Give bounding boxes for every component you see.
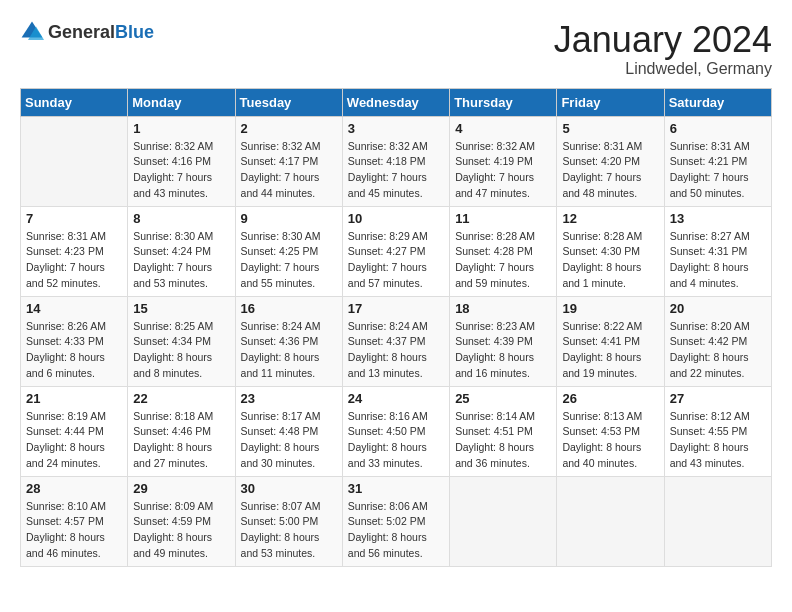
day-number: 27 (670, 391, 766, 406)
header-day: Saturday (664, 88, 771, 116)
header-day: Thursday (450, 88, 557, 116)
day-detail: Sunrise: 8:19 AM Sunset: 4:44 PM Dayligh… (26, 409, 122, 472)
day-number: 30 (241, 481, 337, 496)
day-number: 15 (133, 301, 229, 316)
calendar-week-row: 1Sunrise: 8:32 AM Sunset: 4:16 PM Daylig… (21, 116, 772, 206)
day-number: 31 (348, 481, 444, 496)
calendar-cell: 14Sunrise: 8:26 AM Sunset: 4:33 PM Dayli… (21, 296, 128, 386)
day-number: 10 (348, 211, 444, 226)
day-number: 21 (26, 391, 122, 406)
day-detail: Sunrise: 8:25 AM Sunset: 4:34 PM Dayligh… (133, 319, 229, 382)
calendar-week-row: 28Sunrise: 8:10 AM Sunset: 4:57 PM Dayli… (21, 476, 772, 566)
day-detail: Sunrise: 8:32 AM Sunset: 4:17 PM Dayligh… (241, 139, 337, 202)
day-number: 16 (241, 301, 337, 316)
day-number: 24 (348, 391, 444, 406)
calendar-week-row: 21Sunrise: 8:19 AM Sunset: 4:44 PM Dayli… (21, 386, 772, 476)
day-number: 14 (26, 301, 122, 316)
calendar-cell (450, 476, 557, 566)
day-number: 28 (26, 481, 122, 496)
logo-icon (20, 20, 44, 44)
calendar-cell: 2Sunrise: 8:32 AM Sunset: 4:17 PM Daylig… (235, 116, 342, 206)
day-number: 25 (455, 391, 551, 406)
day-detail: Sunrise: 8:18 AM Sunset: 4:46 PM Dayligh… (133, 409, 229, 472)
header-day: Sunday (21, 88, 128, 116)
calendar-cell: 19Sunrise: 8:22 AM Sunset: 4:41 PM Dayli… (557, 296, 664, 386)
calendar-body: 1Sunrise: 8:32 AM Sunset: 4:16 PM Daylig… (21, 116, 772, 566)
month-title: January 2024 (554, 20, 772, 60)
calendar-header: SundayMondayTuesdayWednesdayThursdayFrid… (21, 88, 772, 116)
header-day: Friday (557, 88, 664, 116)
header-day: Wednesday (342, 88, 449, 116)
location: Lindwedel, Germany (554, 60, 772, 78)
day-detail: Sunrise: 8:06 AM Sunset: 5:02 PM Dayligh… (348, 499, 444, 562)
calendar-cell: 20Sunrise: 8:20 AM Sunset: 4:42 PM Dayli… (664, 296, 771, 386)
day-number: 13 (670, 211, 766, 226)
day-detail: Sunrise: 8:14 AM Sunset: 4:51 PM Dayligh… (455, 409, 551, 472)
day-detail: Sunrise: 8:10 AM Sunset: 4:57 PM Dayligh… (26, 499, 122, 562)
day-detail: Sunrise: 8:26 AM Sunset: 4:33 PM Dayligh… (26, 319, 122, 382)
calendar-cell: 24Sunrise: 8:16 AM Sunset: 4:50 PM Dayli… (342, 386, 449, 476)
day-detail: Sunrise: 8:32 AM Sunset: 4:16 PM Dayligh… (133, 139, 229, 202)
day-detail: Sunrise: 8:29 AM Sunset: 4:27 PM Dayligh… (348, 229, 444, 292)
day-detail: Sunrise: 8:28 AM Sunset: 4:30 PM Dayligh… (562, 229, 658, 292)
calendar-cell: 31Sunrise: 8:06 AM Sunset: 5:02 PM Dayli… (342, 476, 449, 566)
header-day: Monday (128, 88, 235, 116)
calendar-cell: 27Sunrise: 8:12 AM Sunset: 4:55 PM Dayli… (664, 386, 771, 476)
calendar-cell: 28Sunrise: 8:10 AM Sunset: 4:57 PM Dayli… (21, 476, 128, 566)
calendar-cell: 11Sunrise: 8:28 AM Sunset: 4:28 PM Dayli… (450, 206, 557, 296)
day-number: 1 (133, 121, 229, 136)
calendar-cell: 3Sunrise: 8:32 AM Sunset: 4:18 PM Daylig… (342, 116, 449, 206)
calendar-cell: 17Sunrise: 8:24 AM Sunset: 4:37 PM Dayli… (342, 296, 449, 386)
calendar-cell (557, 476, 664, 566)
day-number: 17 (348, 301, 444, 316)
day-number: 26 (562, 391, 658, 406)
day-detail: Sunrise: 8:27 AM Sunset: 4:31 PM Dayligh… (670, 229, 766, 292)
day-number: 7 (26, 211, 122, 226)
calendar-cell: 1Sunrise: 8:32 AM Sunset: 4:16 PM Daylig… (128, 116, 235, 206)
calendar-cell: 26Sunrise: 8:13 AM Sunset: 4:53 PM Dayli… (557, 386, 664, 476)
day-detail: Sunrise: 8:17 AM Sunset: 4:48 PM Dayligh… (241, 409, 337, 472)
header-row: SundayMondayTuesdayWednesdayThursdayFrid… (21, 88, 772, 116)
day-number: 23 (241, 391, 337, 406)
day-detail: Sunrise: 8:32 AM Sunset: 4:18 PM Dayligh… (348, 139, 444, 202)
day-detail: Sunrise: 8:31 AM Sunset: 4:20 PM Dayligh… (562, 139, 658, 202)
day-detail: Sunrise: 8:22 AM Sunset: 4:41 PM Dayligh… (562, 319, 658, 382)
day-detail: Sunrise: 8:30 AM Sunset: 4:24 PM Dayligh… (133, 229, 229, 292)
day-detail: Sunrise: 8:13 AM Sunset: 4:53 PM Dayligh… (562, 409, 658, 472)
calendar-cell: 29Sunrise: 8:09 AM Sunset: 4:59 PM Dayli… (128, 476, 235, 566)
day-number: 6 (670, 121, 766, 136)
calendar-week-row: 7Sunrise: 8:31 AM Sunset: 4:23 PM Daylig… (21, 206, 772, 296)
day-detail: Sunrise: 8:24 AM Sunset: 4:36 PM Dayligh… (241, 319, 337, 382)
calendar-cell: 23Sunrise: 8:17 AM Sunset: 4:48 PM Dayli… (235, 386, 342, 476)
calendar-cell: 10Sunrise: 8:29 AM Sunset: 4:27 PM Dayli… (342, 206, 449, 296)
calendar-cell: 18Sunrise: 8:23 AM Sunset: 4:39 PM Dayli… (450, 296, 557, 386)
calendar-cell: 6Sunrise: 8:31 AM Sunset: 4:21 PM Daylig… (664, 116, 771, 206)
calendar-cell: 5Sunrise: 8:31 AM Sunset: 4:20 PM Daylig… (557, 116, 664, 206)
calendar-cell: 30Sunrise: 8:07 AM Sunset: 5:00 PM Dayli… (235, 476, 342, 566)
day-number: 2 (241, 121, 337, 136)
logo-general: General (48, 22, 115, 42)
day-number: 9 (241, 211, 337, 226)
page-header: GeneralBlue January 2024 Lindwedel, Germ… (20, 20, 772, 78)
day-detail: Sunrise: 8:12 AM Sunset: 4:55 PM Dayligh… (670, 409, 766, 472)
calendar-table: SundayMondayTuesdayWednesdayThursdayFrid… (20, 88, 772, 567)
day-detail: Sunrise: 8:32 AM Sunset: 4:19 PM Dayligh… (455, 139, 551, 202)
day-detail: Sunrise: 8:07 AM Sunset: 5:00 PM Dayligh… (241, 499, 337, 562)
day-number: 4 (455, 121, 551, 136)
title-block: January 2024 Lindwedel, Germany (554, 20, 772, 78)
calendar-cell: 25Sunrise: 8:14 AM Sunset: 4:51 PM Dayli… (450, 386, 557, 476)
calendar-cell: 4Sunrise: 8:32 AM Sunset: 4:19 PM Daylig… (450, 116, 557, 206)
logo: GeneralBlue (20, 20, 154, 44)
calendar-cell: 21Sunrise: 8:19 AM Sunset: 4:44 PM Dayli… (21, 386, 128, 476)
day-number: 3 (348, 121, 444, 136)
day-detail: Sunrise: 8:31 AM Sunset: 4:21 PM Dayligh… (670, 139, 766, 202)
calendar-cell (664, 476, 771, 566)
calendar-cell: 7Sunrise: 8:31 AM Sunset: 4:23 PM Daylig… (21, 206, 128, 296)
day-detail: Sunrise: 8:23 AM Sunset: 4:39 PM Dayligh… (455, 319, 551, 382)
day-number: 29 (133, 481, 229, 496)
day-detail: Sunrise: 8:24 AM Sunset: 4:37 PM Dayligh… (348, 319, 444, 382)
calendar-cell: 9Sunrise: 8:30 AM Sunset: 4:25 PM Daylig… (235, 206, 342, 296)
calendar-cell: 16Sunrise: 8:24 AM Sunset: 4:36 PM Dayli… (235, 296, 342, 386)
calendar-cell: 8Sunrise: 8:30 AM Sunset: 4:24 PM Daylig… (128, 206, 235, 296)
header-day: Tuesday (235, 88, 342, 116)
